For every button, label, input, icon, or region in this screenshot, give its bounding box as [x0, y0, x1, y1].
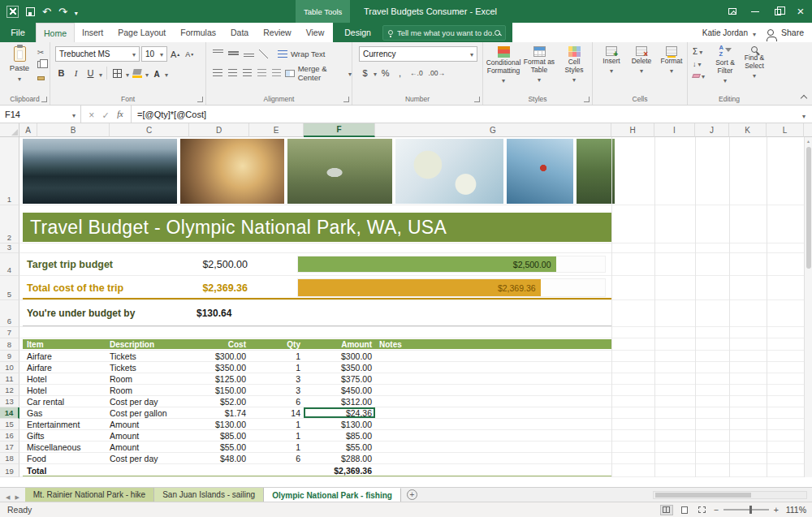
format-button[interactable]: Format [658, 46, 685, 75]
bottom-align-icon[interactable] [244, 50, 254, 58]
cell-item[interactable]: Miscellaneous [23, 442, 110, 452]
row-header-3[interactable]: 3 [0, 243, 19, 253]
cell-cost[interactable]: $48.00 [189, 453, 249, 463]
align-right-icon[interactable] [243, 69, 253, 77]
increase-indent-icon[interactable] [272, 69, 281, 77]
sheet-tab-2[interactable]: San Juan Islands - sailing [154, 488, 264, 502]
row-header-10[interactable]: 10 [0, 362, 19, 373]
fill-color-button[interactable] [132, 66, 143, 80]
cell-qty[interactable]: 6 [249, 396, 304, 407]
row-header-7[interactable]: 7 [0, 327, 19, 338]
percent-style-button[interactable]: % [379, 66, 391, 80]
column-header-E[interactable]: E [249, 123, 304, 137]
cell-desc[interactable]: Amount [110, 430, 189, 441]
cell-desc[interactable]: Cost per day [110, 453, 189, 463]
expand-formula-bar-icon[interactable] [802, 107, 806, 122]
insert-button[interactable]: Insert [598, 46, 625, 75]
tab-home[interactable]: Home [36, 23, 75, 42]
row-header-16[interactable]: 16 [0, 430, 19, 442]
header-qty[interactable]: Qty [249, 339, 304, 349]
cell-amount[interactable]: $85.00 [304, 430, 375, 441]
cell-notes[interactable] [375, 385, 611, 395]
cell-cost[interactable] [189, 464, 249, 476]
wrap-text-button[interactable]: Wrap Text [278, 46, 325, 61]
decrease-font-size-button[interactable] [184, 47, 196, 62]
cell-amount[interactable]: $450.00 [304, 385, 375, 395]
font-color-button[interactable] [151, 66, 162, 80]
cell-qty[interactable]: 1 [249, 430, 304, 441]
autosum-button[interactable]: Σ [693, 46, 705, 57]
enter-icon[interactable] [102, 107, 110, 122]
clear-button[interactable] [693, 71, 705, 81]
photo-ice-climber[interactable] [507, 139, 573, 204]
row-header-18[interactable]: 18 [0, 453, 19, 464]
cell-desc[interactable]: Cost per gallon [110, 407, 189, 418]
cell-item[interactable]: Hotel [23, 373, 110, 384]
column-header-B[interactable]: B [37, 123, 110, 137]
delete-button[interactable]: Delete [628, 46, 655, 75]
redo-icon[interactable] [58, 4, 67, 19]
column-header-C[interactable]: C [110, 123, 189, 137]
undo-icon[interactable] [42, 4, 51, 19]
cell-amount[interactable]: $288.00 [304, 453, 375, 463]
fill-button[interactable] [693, 58, 705, 69]
insert-function-button[interactable]: fx [117, 110, 123, 118]
under-budget-label[interactable]: You're under budget by [27, 300, 135, 326]
total-cost-value[interactable]: $2,369.36 [23, 276, 249, 299]
row-header-1[interactable]: 1 [0, 137, 19, 205]
name-box[interactable]: F14 [0, 106, 81, 123]
format-as-table-button[interactable]: Format as Table [522, 46, 556, 84]
comma-style-button[interactable]: , [394, 66, 406, 80]
share-button[interactable]: Share [781, 28, 804, 37]
total-label-cell[interactable]: Total [23, 464, 110, 476]
cell-cost[interactable]: $125.00 [189, 373, 249, 384]
photo-fly-fishing-sunset[interactable] [180, 139, 284, 204]
cell-qty[interactable]: 1 [249, 351, 304, 361]
column-header-K[interactable]: K [729, 123, 767, 137]
column-header-F[interactable]: F [304, 123, 375, 137]
horizontal-scrollbar[interactable] [653, 491, 807, 499]
excel-app-icon[interactable] [6, 6, 19, 18]
sheet-tab-1[interactable]: Mt. Rainier National Park - hike [25, 488, 154, 502]
row-header-6[interactable]: 6 [0, 300, 19, 327]
next-sheet-icon[interactable] [15, 488, 19, 502]
minimize-button[interactable] [744, 0, 767, 23]
photo-peninsula-map[interactable] [395, 139, 503, 204]
cell-notes[interactable] [375, 407, 611, 418]
cell-item[interactable]: Gifts [23, 430, 110, 441]
column-header-I[interactable]: I [654, 123, 695, 137]
format-painter-icon[interactable] [37, 76, 45, 80]
number-format-combobox[interactable]: Currency [359, 46, 477, 62]
row-header-2[interactable]: 2 [0, 205, 19, 243]
cell-item[interactable]: Car rental [23, 396, 110, 407]
cell-amount[interactable]: $55.00 [304, 442, 375, 452]
target-budget-bar[interactable]: $2,500.00 [297, 256, 606, 273]
cell-amount[interactable]: $350.00 [304, 362, 375, 373]
column-header-D[interactable]: D [189, 123, 249, 137]
accounting-caret-icon[interactable] [374, 68, 377, 78]
cancel-icon[interactable] [89, 107, 94, 122]
column-header-J[interactable]: J [695, 123, 729, 137]
middle-align-icon[interactable] [228, 50, 239, 58]
formula-input[interactable]: =[@Qty]*[@Cost] [132, 106, 796, 123]
font-name-combobox[interactable]: Trebuchet MS [55, 46, 140, 62]
ribbon-display-options-button[interactable] [721, 0, 744, 23]
fill-color-caret-icon[interactable] [145, 66, 149, 80]
tab-view[interactable]: View [299, 23, 332, 42]
cell-cost[interactable]: $55.00 [189, 442, 249, 452]
cell-desc[interactable]: Room [110, 385, 189, 395]
sort-filter-button[interactable]: Sort & Filter [710, 46, 740, 84]
font-size-combobox[interactable]: 10 [141, 46, 167, 62]
cell-cost[interactable]: $52.00 [189, 396, 249, 407]
paste-button[interactable]: Paste [6, 46, 33, 83]
cell-cost[interactable]: $85.00 [189, 430, 249, 441]
row-header-4[interactable]: 4 [0, 253, 19, 276]
total-cost-bar[interactable]: $2,369.36 [297, 278, 606, 297]
styles-dialog-launcher-icon[interactable] [584, 97, 590, 102]
row-header-19[interactable]: 19 [0, 464, 19, 477]
row-header-17[interactable]: 17 [0, 442, 19, 453]
photo-heron-on-water[interactable] [287, 139, 392, 204]
cut-icon[interactable] [36, 48, 45, 57]
orientation-icon[interactable] [259, 50, 268, 58]
selected-cell-F14[interactable]: $24.36 [304, 407, 375, 418]
